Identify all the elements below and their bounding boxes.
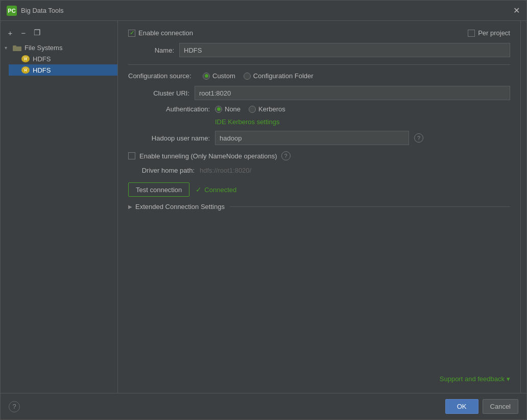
remove-button[interactable]: − <box>18 27 29 38</box>
support-feedback-label: Support and feedback <box>440 375 505 383</box>
big-data-tools-dialog: PC Big Data Tools ✕ + − ❐ ▾ File Systems <box>0 0 527 420</box>
connected-label: Connected <box>204 186 236 194</box>
title-bar: PC Big Data Tools ✕ <box>1 1 526 21</box>
enable-connection-label: Enable connection <box>138 29 193 37</box>
kerberos-link-row: IDE Kerberos settings <box>143 118 510 126</box>
config-folder-label: Configuration Folder <box>253 72 314 80</box>
name-label: Name: <box>128 46 174 54</box>
footer-left: ? <box>9 401 20 412</box>
extended-settings-row[interactable]: ▶ Extended Connection Settings <box>128 203 510 211</box>
hdfs-child-label: HDFS <box>33 66 51 74</box>
svg-rect-0 <box>13 46 21 51</box>
hdfs-parent-icon: H <box>21 55 30 63</box>
app-icon: PC <box>7 6 17 16</box>
cluster-uri-label: Cluster URI: <box>143 89 189 97</box>
driver-path-label: Driver home path: <box>128 167 195 174</box>
per-project-checkbox[interactable] <box>468 30 475 37</box>
name-field-row: Name: <box>128 43 510 57</box>
config-custom-label: Custom <box>212 72 235 80</box>
tunneling-help-icon[interactable]: ? <box>281 151 291 160</box>
auth-none-option[interactable]: None <box>215 105 241 113</box>
folder-icon <box>13 44 22 52</box>
config-source-label: Configuration source: <box>128 72 195 80</box>
add-button[interactable]: + <box>5 27 16 38</box>
enable-connection: Enable connection <box>128 29 193 37</box>
config-source-row: Configuration source: Custom Configurati… <box>128 72 510 80</box>
support-dropdown-icon: ▾ <box>507 375 510 383</box>
svg-text:H: H <box>24 68 27 72</box>
cluster-uri-input[interactable] <box>195 86 510 100</box>
tunneling-checkbox[interactable] <box>128 152 135 159</box>
svg-rect-1 <box>13 45 16 47</box>
expand-arrow: ▾ <box>5 45 13 51</box>
sidebar: + − ❐ ▾ File Systems <box>1 21 118 393</box>
cancel-button[interactable]: Cancel <box>483 399 518 414</box>
svg-text:H: H <box>24 57 27 61</box>
main-content: + − ❐ ▾ File Systems <box>1 21 526 393</box>
auth-radio-group: None Kerberos <box>215 105 285 113</box>
auth-kerberos-label: Kerberos <box>258 105 285 113</box>
config-custom-option[interactable]: Custom <box>203 72 235 80</box>
name-input[interactable] <box>179 43 510 57</box>
tree-children: H HDFS H HDFS <box>1 53 117 76</box>
enable-connection-row: Enable connection Per project <box>128 29 510 37</box>
config-folder-radio[interactable] <box>244 73 251 80</box>
hdfs-parent-item[interactable]: H HDFS <box>9 53 117 64</box>
connected-status: ✓ Connected <box>196 185 236 194</box>
hadoop-user-input[interactable] <box>215 131 409 145</box>
check-mark-icon: ✓ <box>196 185 202 194</box>
per-project-label: Per project <box>478 29 510 37</box>
copy-button[interactable]: ❐ <box>31 27 42 38</box>
help-circle-button[interactable]: ? <box>9 401 20 412</box>
hdfs-child-icon: H <box>21 66 30 74</box>
extended-line <box>230 206 510 207</box>
support-feedback-link[interactable]: Support and feedback ▾ <box>440 375 510 383</box>
divider-1 <box>128 64 510 65</box>
close-button[interactable]: ✕ <box>512 7 520 15</box>
support-feedback-row: Support and feedback ▾ <box>128 373 510 385</box>
cluster-uri-row: Cluster URI: <box>143 86 510 100</box>
driver-path-row: Driver home path: hdfs://root1:8020/ <box>128 167 510 174</box>
inner-section: Cluster URI: Authentication: None Kerber… <box>128 86 510 145</box>
footer-buttons: OK Cancel <box>445 399 518 414</box>
hdfs-parent-label: HDFS <box>33 55 51 63</box>
hadoop-user-label: Hadoop user name: <box>143 134 210 142</box>
test-connection-button[interactable]: Test connection <box>128 182 189 197</box>
extended-settings-label: Extended Connection Settings <box>135 203 225 211</box>
test-connection-row: Test connection ✓ Connected <box>128 182 510 197</box>
ide-kerberos-link[interactable]: IDE Kerberos settings <box>215 118 279 126</box>
auth-kerberos-radio[interactable] <box>249 106 256 113</box>
config-custom-radio[interactable] <box>203 73 210 80</box>
right-panel: Enable connection Per project Name: Conf… <box>118 21 520 393</box>
per-project: Per project <box>468 29 510 37</box>
auth-none-label: None <box>225 105 241 113</box>
driver-path-value: hdfs://root1:8020/ <box>200 167 251 174</box>
spacer <box>128 217 510 367</box>
config-radio-group: Custom Configuration Folder <box>203 72 314 80</box>
tunneling-label: Enable tunneling (Only NameNode operatio… <box>139 152 277 160</box>
file-systems-label: File Systems <box>25 44 62 52</box>
auth-row: Authentication: None Kerberos <box>143 105 510 113</box>
auth-label: Authentication: <box>143 105 210 113</box>
tunneling-row: Enable tunneling (Only NameNode operatio… <box>128 151 510 160</box>
sidebar-toolbar: + − ❐ <box>1 25 117 42</box>
hadoop-user-row: Hadoop user name: ? <box>143 131 510 145</box>
config-folder-option[interactable]: Configuration Folder <box>244 72 314 80</box>
extended-arrow-icon: ▶ <box>128 204 132 209</box>
footer: ? OK Cancel <box>1 393 526 419</box>
auth-kerberos-option[interactable]: Kerberos <box>249 105 285 113</box>
dialog-title: Big Data Tools <box>21 7 512 14</box>
enable-connection-checkbox[interactable] <box>128 30 135 37</box>
hadoop-user-help-icon[interactable]: ? <box>414 133 423 143</box>
file-systems-item[interactable]: ▾ File Systems <box>1 42 117 53</box>
auth-none-radio[interactable] <box>215 106 222 113</box>
scrollbar[interactable] <box>520 21 526 393</box>
ok-button[interactable]: OK <box>445 399 478 414</box>
hdfs-child-item[interactable]: H HDFS <box>9 64 117 76</box>
